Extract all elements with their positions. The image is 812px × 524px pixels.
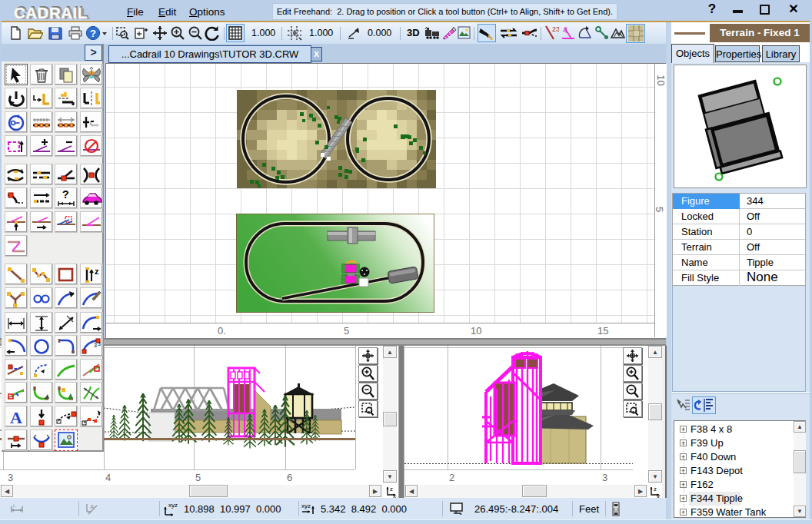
- svg-text:L: L: [13, 503, 16, 508]
- svg-text:23: 23: [552, 25, 559, 33]
- svg-text:xyz: xyz: [301, 502, 311, 509]
- svg-text:CADRAIL: CADRAIL: [14, 4, 88, 21]
- svg-text:xyz: xyz: [168, 502, 178, 509]
- svg-text:?: ?: [90, 28, 96, 39]
- svg-text:y: y: [657, 492, 660, 498]
- svg-text:z: z: [390, 486, 393, 492]
- svg-text:A: A: [10, 408, 22, 427]
- svg-text:?: ?: [62, 189, 69, 201]
- svg-text:z: z: [654, 486, 657, 492]
- svg-text:3: 3: [98, 341, 101, 347]
- svg-text:z: z: [95, 267, 99, 276]
- svg-text:4: 4: [563, 25, 567, 35]
- svg-text:x: x: [393, 492, 396, 498]
- svg-text:3: 3: [94, 343, 97, 348]
